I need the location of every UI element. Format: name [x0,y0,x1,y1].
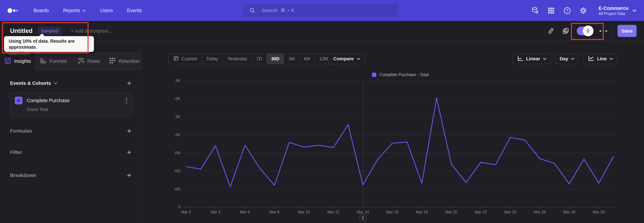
chevron-down-icon [82,10,86,12]
divider [612,25,612,37]
nav-item-label: Boards [34,8,49,13]
more-options-button[interactable] [600,30,607,32]
range-today[interactable]: Today [202,54,222,64]
nav-item-reports[interactable]: Reports [63,8,86,13]
svg-text:Mar 14: Mar 14 [357,210,369,214]
header-actions: Save [547,25,636,37]
svg-text:Mar 4: Mar 4 [210,210,220,214]
logo-dots [8,7,18,14]
view-controls: LinearDayLine [512,53,618,64]
apps-grid-icon[interactable] [547,7,555,15]
calendar-icon [173,55,179,62]
add-breakdown-button[interactable]: + [127,172,131,178]
add-formulas-button[interactable]: + [127,128,131,134]
query-sidebar: InsightsFunnelsFlowsRetention Events & C… [0,41,142,223]
main-content: CustomTodayYesterday7D30D3M6M12M Compare… [142,41,644,223]
range-label: 30D [271,56,280,61]
range-label: Custom [182,56,197,61]
linear-dropdown[interactable]: Linear [512,53,551,64]
svg-text:Mar 28: Mar 28 [563,210,576,214]
app-root: BoardsReportsUsersEvents ? E-Commerce [0,0,644,223]
nav-item-label: Reports [63,8,80,13]
range-label: Yesterday [227,56,247,61]
tab-insights[interactable]: Insights [0,53,36,70]
chevron-down-icon [357,58,360,60]
svg-text:Mar 20: Mar 20 [445,210,457,214]
mixpanel-logo-icon[interactable] [8,7,18,14]
range-7d[interactable]: 7D [252,54,266,64]
control-label: Linear [526,56,540,61]
add-description[interactable]: + Add description... [71,28,112,34]
range-label: 12M [319,56,328,61]
svg-text:Mar 26: Mar 26 [534,210,546,214]
compare-label: Compare [334,56,354,61]
data-management-icon[interactable] [531,7,539,15]
section-formulas: Formulas+ [10,127,131,135]
compare-button[interactable]: Compare [329,53,365,64]
chevron-down-icon [54,82,58,84]
svg-text:7,500: 7,500 [175,151,180,155]
project-selector[interactable]: E-Commerce All Project Data [598,5,636,16]
events-cohorts-label[interactable]: Events & Cohorts [10,80,51,86]
tab-label: Flows [88,58,100,64]
svg-text:Mar 18: Mar 18 [416,210,428,214]
range-6m[interactable]: 6M [299,54,314,64]
tab-funnels[interactable]: Funnels [36,53,71,70]
range-yesterday[interactable]: Yesterday [222,54,252,64]
nav-item-boards[interactable]: Boards [34,8,49,13]
range-30d[interactable]: 30D [266,54,284,64]
project-scope: All Project Data [598,11,628,16]
section-label: Breakdown [10,173,36,178]
add-event-button[interactable]: + [127,80,131,86]
svg-text:Mar 30: Mar 30 [593,210,605,214]
tab-label: Funnels [50,58,67,64]
sampling-tooltip: Using 10% of data. Results are approxima… [4,36,94,52]
svg-text:10K: 10K [175,133,180,137]
section-filter: Filter+ [10,148,131,156]
day-dropdown[interactable]: Day [555,53,579,64]
range-label: 3M [288,56,295,61]
nav-item-events[interactable]: Events [127,8,142,13]
add-to-board-icon[interactable] [562,27,570,35]
svg-text:15K: 15K [175,96,180,101]
chart-legend[interactable]: Complete Purchase - Total [372,72,429,77]
legend-swatch [372,73,376,77]
chevron-down-icon [632,9,636,12]
event-name[interactable]: Complete Purchase [27,98,70,103]
nav-right: ? E-Commerce All Project Data [531,0,636,21]
event-card[interactable]: A Complete Purchase Count Total [10,93,132,116]
event-letter-badge: A [15,97,22,104]
settings-gear-icon[interactable] [580,7,587,15]
svg-text:?: ? [566,8,568,13]
section-label: Formulas [10,128,32,134]
search-input[interactable] [243,4,398,17]
help-icon[interactable]: ? [563,7,571,15]
section-label: Filter [10,150,22,155]
event-options-kebab-icon[interactable] [125,97,128,104]
chevron-down-icon [610,58,613,60]
lightning-bolt-icon [585,28,591,34]
sampling-toggle[interactable] [577,27,593,35]
add-filter-button[interactable]: + [127,149,131,155]
project-name: E-Commerce [598,5,628,11]
report-title[interactable]: Untitled [10,27,32,34]
nav-item-users[interactable]: Users [100,8,113,13]
range-3m[interactable]: 3M [284,54,299,64]
line-chart[interactable]: 02,5005,0007,50010K12.5K15K17.5K1Mar 2Ma… [175,77,624,223]
svg-text:Mar 8: Mar 8 [270,210,280,214]
tab-retention[interactable]: Retention [106,53,142,70]
range-custom[interactable]: Custom [169,54,202,64]
line-dropdown[interactable]: Line [583,53,618,64]
learn-more-link[interactable]: Learn More [9,50,29,55]
tab-flows[interactable]: Flows [71,53,107,70]
range-label: 6M [304,56,310,61]
save-button[interactable]: Save [618,25,636,37]
range-label: 7D [256,56,262,61]
svg-text:17.5K: 17.5K [175,78,180,83]
svg-text:Mar 10: Mar 10 [298,210,310,214]
search-icon [249,7,256,15]
top-nav: BoardsReportsUsersEvents ? E-Commerce [0,0,644,21]
svg-text:Mar 24: Mar 24 [504,210,516,214]
event-metric[interactable]: Count Total [27,107,128,112]
copy-link-icon[interactable] [547,27,555,35]
